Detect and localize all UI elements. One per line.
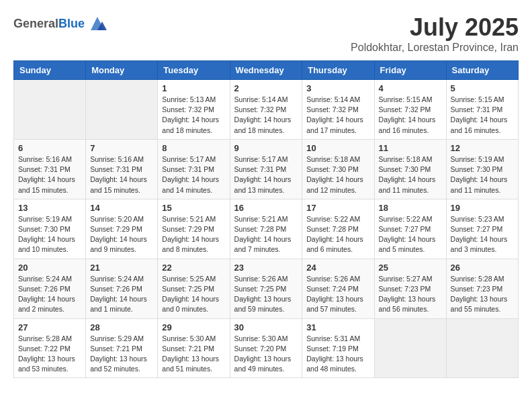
day-info: Sunrise: 5:18 AM Sunset: 7:30 PM Dayligh…: [379, 154, 442, 195]
calendar-cell: [14, 80, 86, 140]
calendar-cell: 20Sunrise: 5:24 AM Sunset: 7:26 PM Dayli…: [14, 259, 86, 318]
day-number: 24: [306, 263, 369, 273]
calendar-cell: 26Sunrise: 5:28 AM Sunset: 7:23 PM Dayli…: [446, 259, 518, 318]
day-number: 18: [379, 203, 442, 213]
weekday-header-tuesday: Tuesday: [158, 61, 230, 80]
location-title: Poldokhtar, Lorestan Province, Iran: [351, 42, 519, 54]
calendar-cell: [446, 318, 518, 378]
calendar-cell: 29Sunrise: 5:30 AM Sunset: 7:21 PM Dayli…: [158, 318, 230, 378]
day-number: 15: [162, 203, 225, 213]
day-info: Sunrise: 5:29 AM Sunset: 7:21 PM Dayligh…: [90, 334, 153, 375]
day-info: Sunrise: 5:27 AM Sunset: 7:23 PM Dayligh…: [379, 274, 442, 315]
calendar-cell: 19Sunrise: 5:23 AM Sunset: 7:27 PM Dayli…: [446, 199, 518, 259]
weekday-header-wednesday: Wednesday: [230, 61, 302, 80]
day-info: Sunrise: 5:15 AM Sunset: 7:32 PM Dayligh…: [379, 95, 442, 136]
day-number: 21: [90, 263, 153, 273]
calendar-cell: 14Sunrise: 5:20 AM Sunset: 7:29 PM Dayli…: [86, 199, 158, 259]
day-info: Sunrise: 5:14 AM Sunset: 7:32 PM Dayligh…: [306, 95, 369, 136]
day-info: Sunrise: 5:23 AM Sunset: 7:27 PM Dayligh…: [451, 214, 514, 255]
calendar-cell: 12Sunrise: 5:19 AM Sunset: 7:30 PM Dayli…: [446, 139, 518, 199]
day-number: 23: [234, 263, 298, 273]
week-row-1: 1Sunrise: 5:13 AM Sunset: 7:32 PM Daylig…: [14, 80, 519, 140]
calendar-cell: 13Sunrise: 5:19 AM Sunset: 7:30 PM Dayli…: [14, 199, 86, 259]
logo-blue-text: Blue: [58, 17, 85, 30]
calendar-cell: 27Sunrise: 5:28 AM Sunset: 7:22 PM Dayli…: [14, 318, 86, 378]
day-info: Sunrise: 5:15 AM Sunset: 7:31 PM Dayligh…: [451, 95, 514, 136]
month-title: July 2025: [351, 13, 519, 42]
calendar-cell: 30Sunrise: 5:30 AM Sunset: 7:20 PM Dayli…: [230, 318, 302, 378]
day-number: 29: [162, 322, 225, 332]
day-number: 28: [90, 322, 153, 332]
day-number: 13: [18, 203, 81, 213]
calendar-cell: 25Sunrise: 5:27 AM Sunset: 7:23 PM Dayli…: [374, 259, 446, 318]
day-info: Sunrise: 5:13 AM Sunset: 7:32 PM Dayligh…: [162, 95, 225, 136]
calendar-cell: 6Sunrise: 5:16 AM Sunset: 7:31 PM Daylig…: [14, 139, 86, 199]
calendar-cell: 22Sunrise: 5:25 AM Sunset: 7:25 PM Dayli…: [158, 259, 230, 318]
day-number: 22: [162, 263, 225, 273]
calendar-cell: 21Sunrise: 5:24 AM Sunset: 7:26 PM Dayli…: [86, 259, 158, 318]
day-number: 8: [162, 143, 225, 153]
calendar-cell: 24Sunrise: 5:26 AM Sunset: 7:24 PM Dayli…: [302, 259, 374, 318]
day-number: 3: [306, 83, 369, 93]
day-info: Sunrise: 5:24 AM Sunset: 7:26 PM Dayligh…: [18, 274, 81, 315]
calendar-cell: 1Sunrise: 5:13 AM Sunset: 7:32 PM Daylig…: [158, 80, 230, 140]
day-info: Sunrise: 5:19 AM Sunset: 7:30 PM Dayligh…: [451, 154, 514, 195]
day-number: 11: [379, 143, 442, 153]
day-info: Sunrise: 5:22 AM Sunset: 7:27 PM Dayligh…: [379, 214, 442, 255]
day-number: 14: [90, 203, 153, 213]
weekday-header-friday: Friday: [374, 61, 446, 80]
day-info: Sunrise: 5:19 AM Sunset: 7:30 PM Dayligh…: [18, 214, 81, 255]
day-number: 27: [18, 322, 81, 332]
day-info: Sunrise: 5:17 AM Sunset: 7:31 PM Dayligh…: [234, 154, 298, 195]
day-info: Sunrise: 5:21 AM Sunset: 7:29 PM Dayligh…: [162, 214, 225, 255]
calendar-cell: 7Sunrise: 5:16 AM Sunset: 7:31 PM Daylig…: [86, 139, 158, 199]
day-info: Sunrise: 5:30 AM Sunset: 7:21 PM Dayligh…: [162, 334, 225, 375]
day-number: 19: [451, 203, 514, 213]
calendar-cell: 5Sunrise: 5:15 AM Sunset: 7:31 PM Daylig…: [446, 80, 518, 140]
logo-general-text: General: [13, 17, 58, 30]
day-info: Sunrise: 5:26 AM Sunset: 7:24 PM Dayligh…: [306, 274, 369, 315]
day-number: 2: [234, 83, 298, 93]
weekday-header-sunday: Sunday: [14, 61, 86, 80]
day-number: 1: [162, 83, 225, 93]
day-number: 16: [234, 203, 298, 213]
day-info: Sunrise: 5:24 AM Sunset: 7:26 PM Dayligh…: [90, 274, 153, 315]
day-info: Sunrise: 5:21 AM Sunset: 7:28 PM Dayligh…: [234, 214, 298, 255]
week-row-4: 20Sunrise: 5:24 AM Sunset: 7:26 PM Dayli…: [14, 259, 519, 318]
calendar-cell: [86, 80, 158, 140]
day-info: Sunrise: 5:30 AM Sunset: 7:20 PM Dayligh…: [234, 334, 298, 375]
calendar-cell: 9Sunrise: 5:17 AM Sunset: 7:31 PM Daylig…: [230, 139, 302, 199]
day-number: 6: [18, 143, 81, 153]
day-info: Sunrise: 5:31 AM Sunset: 7:19 PM Dayligh…: [306, 334, 369, 375]
day-info: Sunrise: 5:17 AM Sunset: 7:31 PM Dayligh…: [162, 154, 225, 195]
day-info: Sunrise: 5:22 AM Sunset: 7:28 PM Dayligh…: [306, 214, 369, 255]
calendar-cell: 15Sunrise: 5:21 AM Sunset: 7:29 PM Dayli…: [158, 199, 230, 259]
title-section: July 2025 Poldokhtar, Lorestan Province,…: [351, 13, 519, 54]
calendar-cell: 23Sunrise: 5:26 AM Sunset: 7:25 PM Dayli…: [230, 259, 302, 318]
day-number: 7: [90, 143, 153, 153]
weekday-header-thursday: Thursday: [302, 61, 374, 80]
day-info: Sunrise: 5:28 AM Sunset: 7:22 PM Dayligh…: [18, 334, 81, 375]
week-row-2: 6Sunrise: 5:16 AM Sunset: 7:31 PM Daylig…: [14, 139, 519, 199]
calendar-cell: 8Sunrise: 5:17 AM Sunset: 7:31 PM Daylig…: [158, 139, 230, 199]
calendar-table: SundayMondayTuesdayWednesdayThursdayFrid…: [13, 60, 519, 378]
day-number: 20: [18, 263, 81, 273]
calendar-cell: 2Sunrise: 5:14 AM Sunset: 7:32 PM Daylig…: [230, 80, 302, 140]
logo: GeneralBlue: [13, 13, 107, 34]
calendar-cell: 31Sunrise: 5:31 AM Sunset: 7:19 PM Dayli…: [302, 318, 374, 378]
day-info: Sunrise: 5:20 AM Sunset: 7:29 PM Dayligh…: [90, 214, 153, 255]
weekday-header-row: SundayMondayTuesdayWednesdayThursdayFrid…: [14, 61, 519, 80]
day-number: 17: [306, 203, 369, 213]
day-info: Sunrise: 5:28 AM Sunset: 7:23 PM Dayligh…: [451, 274, 514, 315]
day-number: 30: [234, 322, 298, 332]
day-number: 10: [306, 143, 369, 153]
day-number: 5: [451, 83, 514, 93]
calendar-cell: 4Sunrise: 5:15 AM Sunset: 7:32 PM Daylig…: [374, 80, 446, 140]
calendar-cell: 11Sunrise: 5:18 AM Sunset: 7:30 PM Dayli…: [374, 139, 446, 199]
day-number: 31: [306, 322, 369, 332]
header: GeneralBlue July 2025 Poldokhtar, Lorest…: [13, 13, 519, 54]
day-info: Sunrise: 5:18 AM Sunset: 7:30 PM Dayligh…: [306, 154, 369, 195]
calendar-cell: 28Sunrise: 5:29 AM Sunset: 7:21 PM Dayli…: [86, 318, 158, 378]
day-number: 26: [451, 263, 514, 273]
week-row-5: 27Sunrise: 5:28 AM Sunset: 7:22 PM Dayli…: [14, 318, 519, 378]
